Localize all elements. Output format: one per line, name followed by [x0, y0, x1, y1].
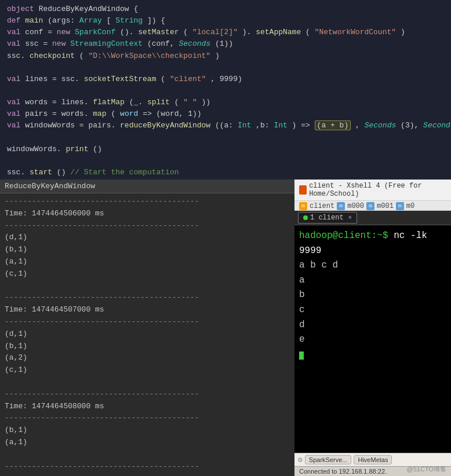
hive-metas-button[interactable]: HiveMetas	[354, 455, 392, 464]
connection-status: Connected to 192.168.1.88:22.	[299, 468, 387, 475]
data-line: (a,1)	[5, 256, 290, 268]
separator: ----------------------------------------…	[5, 316, 290, 328]
time-line-1: Time: 1474464506000 ms	[5, 208, 290, 220]
terminal-output-line-3: b	[299, 288, 446, 303]
session-status-dot	[303, 215, 308, 220]
data-line: (d,1)	[5, 232, 290, 244]
xshell-tabs-bar: ✉ client ✉ m000 ✉ m001 ✉ m0	[294, 201, 451, 211]
data-line: (c,1)	[5, 364, 290, 376]
tab-label-client[interactable]: client	[310, 202, 334, 210]
code-editor: object ReduceByKeyAndWindow { def main (…	[0, 0, 451, 180]
time-line-3: Time: 1474464508000 ms	[5, 401, 290, 413]
data-line: (b,1)	[5, 424, 290, 437]
data-line: (b,1)	[5, 340, 290, 353]
code-line: val lines = ssc. socketTextStream ( "cli…	[5, 74, 451, 85]
terminal-prompt: hadoop@client:~$	[299, 230, 388, 241]
tab-icon-m000: ✉	[337, 202, 345, 210]
terminal-cursor-line	[299, 347, 446, 363]
tab-icon-client: ✉	[299, 202, 307, 210]
code-line: val windowWords = pairs. reduceByKeyAndW…	[5, 120, 451, 131]
xshell-window: client - Xshell 4 (Free for Home/School)…	[294, 180, 451, 476]
session-tab-bar: 1 client ×	[294, 211, 451, 225]
terminal-cursor	[299, 351, 304, 360]
session-close-icon[interactable]: ×	[348, 214, 352, 221]
tab-icon-m0: ✉	[396, 202, 404, 210]
tab-icon-m001: ✉	[366, 202, 374, 210]
code-line	[5, 132, 451, 144]
bottom-section: ReduceByKeyAndWindow -------------------…	[0, 180, 451, 476]
code-line: val ssc = new StreamingContext (conf, Se…	[5, 38, 451, 50]
code-line: ssc. start () // Start the computation	[5, 167, 451, 178]
xshell-title: client - Xshell 4 (Free for Home/School)	[309, 182, 446, 198]
terminal-prompt-line: hadoop@client:~$ nc -lk 9999	[299, 229, 446, 258]
spark-server-button[interactable]: SparkServe...	[305, 455, 352, 464]
data-line: (b,1)	[5, 244, 290, 256]
reduce-content: ----------------------------------------…	[0, 193, 294, 474]
data-line: (d,1)	[5, 328, 290, 340]
reduce-panel: ReduceByKeyAndWindow -------------------…	[0, 180, 294, 476]
code-line: val words = lines. flatMap (_. split ( "…	[5, 97, 451, 108]
watermark: @51CTO博客	[407, 465, 446, 474]
separator: ----------------------------------------…	[5, 220, 290, 232]
session-tab-label: 1 client	[310, 214, 344, 222]
code-line: object ReduceByKeyAndWindow {	[5, 3, 451, 15]
tab-label-m0[interactable]: m0	[406, 202, 414, 210]
separator: ----------------------------------------…	[5, 389, 290, 401]
code-line	[5, 155, 451, 167]
code-line: ssc. checkpoint ( "D:\\WorkSpace\\checkp…	[5, 50, 451, 62]
time-line-4: Time: 1474464509000 ms	[5, 473, 290, 474]
code-line: def main (args: Array [ String ]) {	[5, 15, 451, 27]
separator: ----------------------------------------…	[5, 292, 290, 304]
data-line: (c,1)	[5, 268, 290, 280]
session-tab[interactable]: 1 client ×	[298, 212, 357, 224]
separator: ----------------------------------------…	[5, 461, 290, 473]
xshell-titlebar: client - Xshell 4 (Free for Home/School)	[294, 180, 451, 201]
tab-label-m001[interactable]: m001	[377, 202, 394, 210]
code-line: val pairs = words. map ( word => (word, …	[5, 108, 451, 120]
data-line: (a,1)	[5, 437, 290, 449]
tab-label-m000[interactable]: m000	[347, 202, 364, 210]
xshell-bottom-bar: ⚙ SparkServe... HiveMetas	[294, 453, 451, 466]
toolbar-icon: ⚙	[298, 455, 303, 464]
terminal-output-line-6: e	[299, 332, 446, 347]
terminal-content: hadoop@client:~$ nc -lk 9999 a b c d a b…	[294, 225, 451, 453]
code-line	[5, 85, 451, 97]
terminal-output-line-5: d	[299, 318, 446, 333]
separator: ----------------------------------------…	[5, 412, 290, 424]
separator: ----------------------------------------…	[5, 196, 290, 208]
terminal-output-line-1: a b c d	[299, 258, 446, 273]
terminal-output-line-2: a	[299, 273, 446, 288]
xshell-icon	[299, 185, 307, 195]
code-line: val conf = new SparkConf (). setMaster (…	[5, 27, 451, 38]
terminal-output-line-4: c	[299, 303, 446, 318]
data-line: (a,2)	[5, 352, 290, 364]
time-line-2: Time: 1474464507000 ms	[5, 304, 290, 316]
code-line	[5, 62, 451, 74]
reduce-panel-title: ReduceByKeyAndWindow	[0, 180, 294, 193]
code-line: windowWords. print ()	[5, 144, 451, 155]
